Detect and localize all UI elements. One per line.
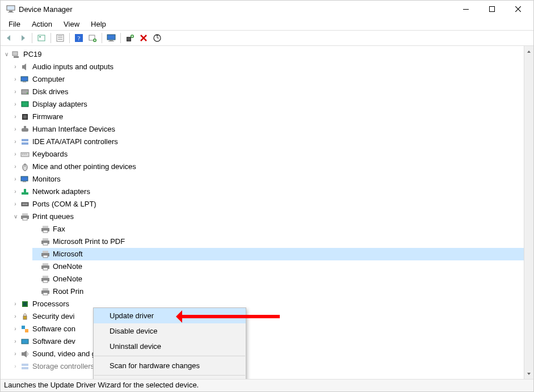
- tree-category[interactable]: ›Mice and other pointing devices: [12, 161, 524, 173]
- menu-file[interactable]: File: [3, 19, 26, 29]
- menu-action[interactable]: Action: [26, 19, 58, 29]
- tree-category-label: Firmware: [31, 111, 64, 123]
- titlebar: Device Manager: [1, 1, 533, 18]
- tree-device[interactable]: Fax: [32, 223, 524, 235]
- svg-rect-4: [463, 9, 469, 10]
- tree-root-label: PC19: [22, 48, 43, 61]
- tree-category[interactable]: ›Audio inputs and outputs: [12, 61, 524, 73]
- show-hidden-icon[interactable]: [35, 32, 48, 44]
- expand-toggle[interactable]: ›: [12, 111, 19, 123]
- tree-category[interactable]: ›Sound, video and game controllers: [12, 348, 524, 360]
- monitor-icon: [20, 174, 30, 184]
- tree-category[interactable]: ›Keyboards: [12, 148, 524, 161]
- expand-toggle[interactable]: ›: [12, 186, 19, 198]
- device-manager-window: Device Manager FileActionViewHelp ? ∨PC1…: [0, 0, 534, 392]
- svg-rect-75: [22, 326, 25, 329]
- update-driver-icon[interactable]: [124, 32, 136, 44]
- svg-rect-37: [21, 153, 29, 157]
- toolbar: ?: [1, 30, 533, 46]
- tree-category[interactable]: ›Monitors: [12, 173, 524, 186]
- expand-toggle[interactable]: ›: [12, 173, 19, 186]
- tree-category[interactable]: ›IDE ATA/ATAPI controllers: [12, 136, 524, 148]
- scroll-up-button[interactable]: [525, 47, 533, 56]
- annotation-arrow: [178, 315, 280, 318]
- menubar: FileActionViewHelp: [1, 18, 533, 30]
- printer-icon: [40, 224, 51, 234]
- cpu-icon: [20, 299, 30, 309]
- tree-category-label: Audio inputs and outputs: [31, 61, 115, 73]
- window-title: Device Manager: [19, 5, 73, 14]
- menu-view[interactable]: View: [58, 19, 85, 29]
- tree-device[interactable]: Microsoft: [32, 248, 524, 260]
- back-icon[interactable]: [3, 32, 15, 44]
- tree-category[interactable]: ›Disk drives: [12, 86, 524, 98]
- expand-toggle[interactable]: ›: [12, 310, 19, 323]
- audio-icon: [20, 349, 30, 359]
- expand-toggle[interactable]: ∨: [12, 210, 19, 223]
- expand-toggle[interactable]: ›: [12, 123, 19, 136]
- expand-toggle[interactable]: ›: [12, 73, 19, 86]
- svg-rect-3: [8, 12, 14, 12]
- context-menu-item[interactable]: Properties: [94, 377, 246, 379]
- context-menu-item[interactable]: Uninstall device: [94, 339, 246, 354]
- tree-category[interactable]: ›Network adapters: [12, 186, 524, 198]
- svg-rect-11: [58, 39, 62, 40]
- expand-toggle[interactable]: ›: [12, 360, 19, 373]
- uninstall-icon[interactable]: [137, 32, 150, 44]
- tree-category-label: Software con: [31, 323, 77, 335]
- menu-help[interactable]: Help: [85, 19, 112, 29]
- tree-device[interactable]: Root Prin: [32, 285, 524, 298]
- context-menu-item[interactable]: Disable device: [94, 323, 246, 339]
- expand-toggle[interactable]: ›: [12, 148, 19, 161]
- monitor-icon[interactable]: [105, 32, 117, 44]
- help-icon[interactable]: ?: [73, 32, 85, 44]
- tree-category[interactable]: ›Firmware: [12, 111, 524, 123]
- tree-device[interactable]: Microsoft Print to PDF: [32, 235, 524, 248]
- tree-category[interactable]: ›Software dev: [12, 335, 524, 348]
- status-bar: Launches the Update Driver Wizard for th…: [1, 379, 533, 391]
- tree-root[interactable]: ∨PC19: [3, 48, 524, 61]
- tree-device[interactable]: OneNote: [32, 260, 524, 273]
- tree-category[interactable]: ›Processors: [12, 298, 524, 310]
- expand-toggle[interactable]: ›: [12, 98, 19, 111]
- device-tree[interactable]: ∨PC19›Audio inputs and outputs›Computer›…: [1, 46, 524, 373]
- expand-toggle[interactable]: ›: [12, 86, 19, 98]
- tree-device[interactable]: OneNote: [32, 273, 524, 285]
- tree-category[interactable]: ›Storage controllers: [12, 360, 524, 373]
- properties-icon[interactable]: [54, 32, 66, 44]
- svg-rect-71: [43, 293, 48, 295]
- device-add-icon[interactable]: [86, 32, 99, 44]
- tree-category[interactable]: ›Software con: [12, 323, 524, 335]
- expand-toggle[interactable]: ›: [12, 298, 19, 310]
- expand-toggle[interactable]: ›: [12, 335, 19, 348]
- minimize-button[interactable]: [453, 1, 479, 18]
- expand-toggle[interactable]: ›: [12, 161, 19, 173]
- tree-category-label: Disk drives: [31, 86, 70, 98]
- scroll-down-button[interactable]: [525, 369, 533, 378]
- maximize-button[interactable]: [479, 1, 505, 18]
- tree-category[interactable]: ›Display adapters: [12, 98, 524, 111]
- printer-icon: [40, 262, 51, 272]
- tree-category[interactable]: ›Human Interface Devices: [12, 123, 524, 136]
- tree-category[interactable]: ›Ports (COM & LPT): [12, 198, 524, 210]
- expand-toggle[interactable]: ›: [12, 61, 19, 73]
- svg-rect-24: [14, 56, 19, 58]
- expand-toggle[interactable]: ›: [12, 136, 19, 148]
- context-menu-item[interactable]: Scan for hardware changes: [94, 358, 246, 373]
- tree-category-label: Mice and other pointing devices: [31, 161, 137, 173]
- expand-toggle[interactable]: ›: [12, 348, 19, 360]
- expand-toggle[interactable]: ›: [12, 323, 19, 335]
- vertical-scrollbar[interactable]: [524, 46, 533, 379]
- forward-icon[interactable]: [16, 32, 29, 44]
- svg-rect-40: [26, 154, 27, 154]
- tree-category[interactable]: ∨Print queues: [12, 210, 524, 223]
- expand-toggle[interactable]: ∨: [3, 48, 10, 61]
- close-button[interactable]: [505, 1, 531, 18]
- expand-toggle[interactable]: ›: [12, 198, 19, 210]
- tree-category-label: Display adapters: [31, 98, 89, 111]
- scan-hardware-icon[interactable]: [151, 32, 163, 44]
- tree-category-label: Security devi: [31, 310, 75, 323]
- disk-icon: [20, 87, 30, 97]
- tree-category[interactable]: ›Computer: [12, 73, 524, 86]
- tree-category-label: Network adapters: [31, 186, 91, 198]
